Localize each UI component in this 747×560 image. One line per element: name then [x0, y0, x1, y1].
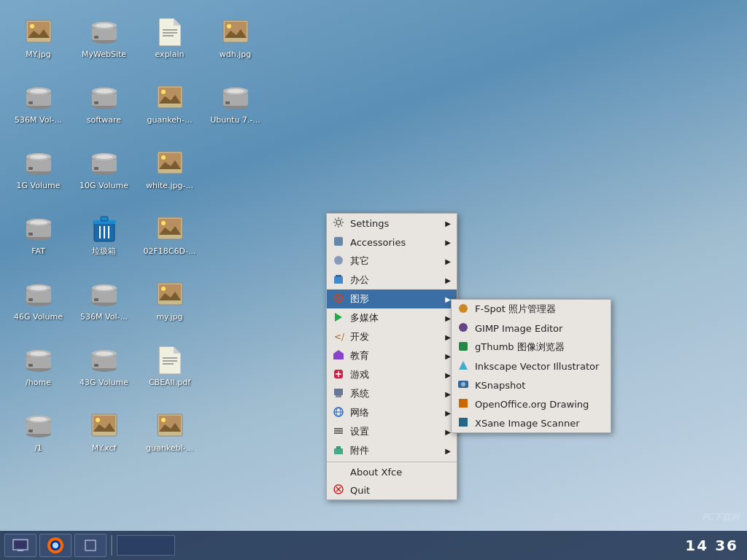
submenu-arrow: ▶ — [445, 371, 451, 379]
menu-item-xitong[interactable]: 系统▶ — [327, 384, 457, 403]
guankebl-label: guankebl-... — [146, 443, 193, 453]
submenu-arrow: ▶ — [445, 295, 451, 303]
menu-item-kaifa[interactable]: </>开发▶ — [327, 327, 457, 346]
desktop-icon-mywebsite[interactable]: MyWebSite — [73, 7, 135, 69]
menu-item-about[interactable]: About Xfce — [327, 464, 457, 481]
svg-point-45 — [30, 155, 47, 159]
536m-vol2-label: 536M Vol-... — [80, 312, 128, 322]
menu-icon-games — [333, 368, 346, 381]
submenu-item-gimp[interactable]: GIMP Image Editor — [452, 319, 611, 338]
fat-icon — [24, 214, 53, 244]
desktop-icon-wdh-jpg[interactable]: wdh.jpg — [204, 7, 266, 69]
submenu-item-oodraw[interactable]: OpenOffice.org Drawing — [452, 394, 611, 413]
submenu-item-ksnapshot[interactable]: KSnapshot — [452, 376, 611, 394]
desktop-icon-my-xcf[interactable]: MY.xcf — [73, 401, 135, 463]
submenu-item-fspot[interactable]: F-Spot 照片管理器 — [452, 300, 611, 319]
svg-point-61 — [30, 220, 47, 225]
desktop-icon-1g-volume[interactable]: 1G Volume — [7, 139, 69, 201]
svg-rect-9 — [94, 36, 98, 39]
desktop-icon-guankeh[interactable]: guankeh-... — [139, 73, 201, 135]
desktop-icon-536m-vol1[interactable]: 536M Vol-... — [7, 73, 69, 135]
submenu-arrow: ▶ — [445, 219, 451, 228]
desktop-icon-slash1[interactable]: /1 — [7, 401, 69, 463]
desktop-icon-536m-vol2[interactable]: 536M Vol-... — [73, 270, 135, 332]
trash-label: 垃圾箱 — [92, 246, 116, 256]
46g-volume-label: 46G Volume — [14, 312, 63, 322]
submenu-arrow: ▶ — [445, 314, 451, 322]
menu-label-about: About Xfce — [350, 467, 402, 478]
explain-label: explain — [155, 50, 185, 59]
desktop-icon-guankebl[interactable]: guankebl-... — [139, 401, 201, 463]
menu-item-jiaoyu[interactable]: 教育▶ — [327, 346, 457, 365]
menu-icon-accessories — [333, 236, 346, 249]
desktop-icon-my-jpg2[interactable]: my.jpg — [139, 270, 201, 332]
submenu-icon-gthumb — [457, 341, 471, 354]
svg-point-8 — [96, 23, 113, 28]
menu-item-qita[interactable]: 其它▶ — [327, 252, 457, 271]
submenu-label-fspot: F-Spot 照片管理器 — [475, 303, 556, 316]
menu-item-quit[interactable]: Quit — [327, 481, 457, 499]
submenu-arrow: ▶ — [445, 390, 451, 398]
desktop-button[interactable] — [4, 534, 36, 557]
menu-icon-dev: </> — [333, 330, 346, 343]
submenu-item-xsane[interactable]: XSane Image Scanner — [452, 413, 611, 432]
desktop-icon-46g-volume[interactable]: 46G Volume — [7, 270, 69, 332]
desktop-icon-trash[interactable]: 垃圾箱 — [73, 204, 135, 266]
submenu-graphics-list: F-Spot 照片管理器GIMP Image EditorgThumb 图像浏览… — [451, 299, 611, 433]
menu-item-youxi[interactable]: 游戏▶ — [327, 365, 457, 384]
submenu-label-gimp: GIMP Image Editor — [475, 323, 562, 334]
ubuntu7-label: Ubuntu 7.-... — [210, 115, 260, 125]
my-jpg-label: MY.jpg — [26, 50, 51, 59]
menu-item-shezhi[interactable]: 设置▶ — [327, 422, 457, 441]
submenu-item-inkscape[interactable]: Inkscape Vector Illustrator — [452, 357, 611, 376]
desktop-icon-10g-volume[interactable]: 10G Volume — [73, 139, 135, 201]
desktop-icon-43g-volume[interactable]: 43G Volume — [73, 335, 135, 397]
desktop-icon-ubuntu7[interactable]: Ubuntu 7.-... — [204, 73, 266, 135]
menu-label-kaifa: 开发 — [350, 330, 369, 343]
menu-item-bangong[interactable]: 办公▶ — [327, 271, 457, 289]
desktop-icon-home[interactable]: /home — [7, 335, 69, 397]
10g-volume-label: 10G Volume — [80, 181, 128, 190]
desktop: MY.jpg MyWebSite explain wdh.jpg 536M — [0, 0, 747, 531]
svg-point-93 — [30, 351, 47, 356]
svg-rect-121 — [334, 237, 343, 246]
taskbar-window[interactable] — [117, 535, 175, 556]
menu-item-accessories[interactable]: Accessories▶ — [327, 233, 457, 252]
window-button[interactable] — [74, 534, 107, 557]
46g-volume-icon — [24, 280, 53, 309]
desktop-icon-my-jpg[interactable]: MY.jpg — [7, 7, 69, 69]
menu-item-settings[interactable]: Settings▶ — [327, 214, 457, 233]
menu-item-fujian[interactable]: 附件▶ — [327, 441, 457, 460]
desktop-icon-software[interactable]: software — [73, 73, 135, 135]
slash1-icon — [24, 411, 53, 440]
svg-point-88 — [161, 287, 166, 291]
43g-volume-icon — [90, 346, 119, 375]
white-jpg-label: white.jpg-... — [146, 181, 193, 190]
menu-item-tuxing[interactable]: 图形▶F-Spot 照片管理器GIMP Image EditorgThumb 图… — [327, 289, 457, 308]
desktop-icon-02f18c6d[interactable]: 02F18C6D-... — [139, 204, 201, 266]
white-jpg-icon — [155, 149, 185, 178]
menu-label-settings: Settings — [350, 218, 389, 229]
desktop-icon-fat[interactable]: FAT — [7, 204, 69, 266]
menu-icon-network — [333, 406, 346, 419]
submenu-icon-gimp — [457, 322, 471, 335]
submenu-icon-fspot — [457, 303, 471, 316]
menu-label-qita: 其它 — [350, 254, 369, 268]
desktop-icon-explain[interactable]: explain — [139, 7, 201, 69]
svg-point-127 — [459, 304, 468, 313]
cbeall-pdf-label: CBEAll.pdf — [149, 378, 190, 387]
submenu-item-gthumb[interactable]: gThumb 图像浏览器 — [452, 338, 611, 357]
firefox-button[interactable] — [39, 534, 71, 557]
menu-item-duometi[interactable]: 多媒体▶ — [327, 308, 457, 327]
my-xcf-icon — [90, 411, 119, 440]
menu-item-wangluo[interactable]: 网络▶ — [327, 403, 457, 422]
svg-marker-137 — [333, 350, 344, 359]
home-icon — [24, 346, 53, 375]
svg-point-122 — [334, 256, 343, 265]
desktop-icon-white-jpg[interactable]: white.jpg-... — [139, 139, 201, 201]
svg-rect-24 — [28, 101, 33, 104]
10g-volume-icon — [90, 149, 119, 178]
02f18c6d-icon — [155, 214, 185, 244]
submenu-arrow: ▶ — [445, 333, 451, 341]
desktop-icon-cbeall-pdf[interactable]: CBEAll.pdf — [139, 335, 201, 397]
